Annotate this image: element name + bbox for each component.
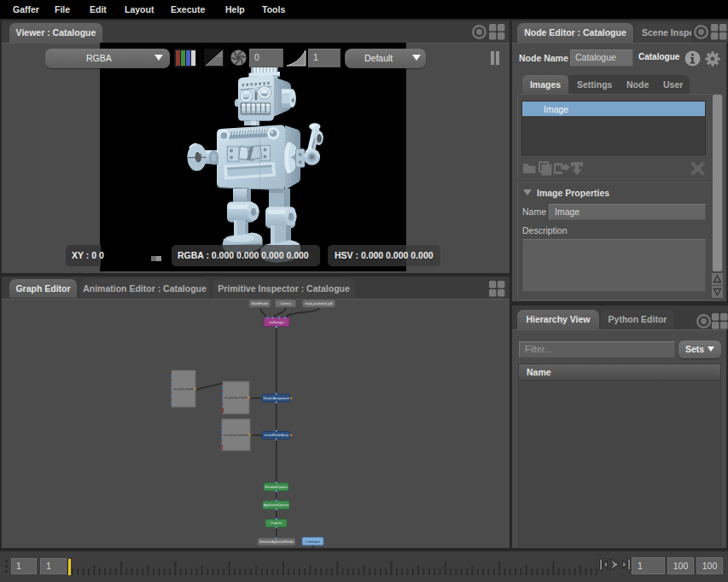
svg-text:as_glossy_metallic: as_glossy_metallic: [224, 396, 248, 399]
svg-text:StandardOptions: StandardOptions: [265, 486, 288, 489]
svg-text:secondShaderAssig: secondShaderAssig: [264, 434, 288, 437]
svg-text:as_interior_materials: as_interior_materials: [224, 434, 249, 437]
svg-text:Catalogue: Catalogue: [306, 540, 320, 544]
svg-text:Camera: Camera: [280, 302, 290, 306]
svg-text:StandHeader: StandHeader: [252, 302, 270, 306]
svg-text:Outputs: Outputs: [271, 521, 282, 525]
svg-text:as_color_texture: as_color_texture: [173, 387, 194, 391]
svg-text:InteractiveAppleseedRender: InteractiveAppleseedRender: [259, 540, 294, 544]
svg-text:head_positioned_pdf: head_positioned_pdf: [306, 302, 333, 306]
svg-text:AppleseedOptions: AppleseedOptions: [264, 503, 289, 507]
svg-text:ShaderAssignment: ShaderAssignment: [263, 397, 288, 400]
svg-text:oslImage: oslImage: [270, 320, 285, 324]
